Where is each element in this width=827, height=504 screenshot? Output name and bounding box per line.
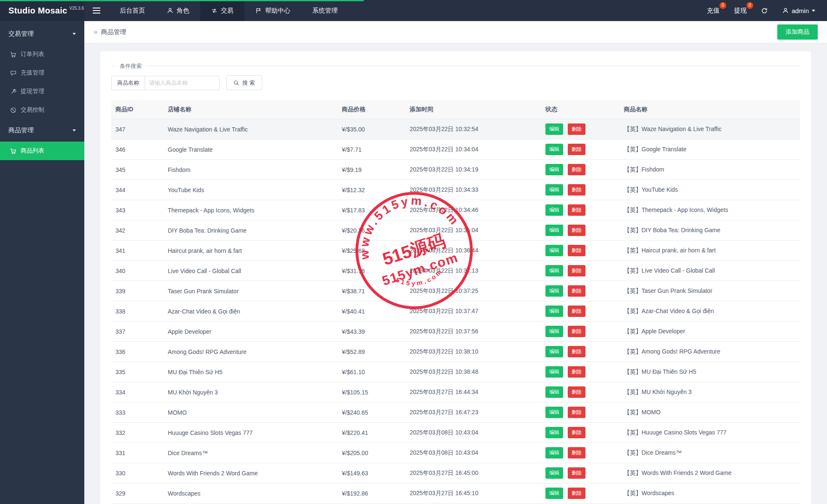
withdraw-link[interactable]: 提现 0 <box>734 7 746 15</box>
delete-button[interactable]: 删除 <box>568 407 585 418</box>
cell-added-time: 2025年03月22日 10:34:04 <box>405 139 541 160</box>
delete-button[interactable]: 删除 <box>568 447 585 458</box>
delete-button[interactable]: 删除 <box>568 184 585 196</box>
sidebar-item-withdraw[interactable]: 提现管理 <box>0 82 84 101</box>
delete-button[interactable]: 删除 <box>568 427 585 438</box>
header-added-time: 添加时间 <box>405 100 541 119</box>
product-name-input[interactable] <box>145 76 220 90</box>
edit-button[interactable]: 编辑 <box>545 407 563 418</box>
edit-button[interactable]: 编辑 <box>545 285 563 297</box>
edit-button[interactable]: 编辑 <box>545 488 563 499</box>
delete-button[interactable]: 删除 <box>568 285 585 297</box>
cell-shop-name: Azar-Chat Video & Gọi điện <box>164 301 338 322</box>
cell-shop-name: YouTube Kids <box>164 180 338 200</box>
top-menu-label: 后台首页 <box>120 7 145 15</box>
product-name-label: 商品名称 <box>111 76 145 90</box>
delete-button[interactable]: 删除 <box>568 144 585 155</box>
delete-button[interactable]: 删除 <box>568 306 585 317</box>
delete-button[interactable]: 删除 <box>568 265 585 276</box>
delete-button[interactable]: 删除 <box>568 326 585 337</box>
app-logo: Studio Mosaic V25.3.6 <box>0 0 84 21</box>
edit-button[interactable]: 编辑 <box>545 265 563 276</box>
top-menu-label: 帮助中心 <box>265 7 290 15</box>
sidebar-section-trade[interactable]: 交易管理 <box>0 23 84 45</box>
edit-button[interactable]: 编辑 <box>545 386 563 398</box>
cell-added-time: 2025年03月22日 10:37:47 <box>405 301 541 322</box>
cell-price: ¥/$31.18 <box>338 261 405 281</box>
top-menu-roles[interactable]: 角色 <box>156 0 200 21</box>
cell-shop-name: DIY Boba Tea: Drinking Game <box>164 220 338 241</box>
add-product-button[interactable]: 添加商品 <box>777 24 818 40</box>
sidebar-item-recharge[interactable]: 充值管理 <box>0 64 84 82</box>
cell-added-time: 2025年03月08日 10:43:04 <box>405 443 541 463</box>
cell-status: 编辑 删除 <box>541 463 620 483</box>
cell-price: ¥/$7.71 <box>338 139 405 160</box>
cell-product-name: 【英】Haircut prank, air horn & fart <box>620 241 800 261</box>
delete-button[interactable]: 删除 <box>568 164 585 175</box>
user-menu[interactable]: admin <box>782 7 815 14</box>
edit-button[interactable]: 编辑 <box>545 306 563 317</box>
edit-button[interactable]: 编辑 <box>545 164 563 175</box>
cell-shop-name: MU Đại Thiên Sứ H5 <box>164 362 338 382</box>
sidebar-toggle-icon[interactable] <box>84 0 109 21</box>
cell-shop-name: Among Gods! RPG Adventure <box>164 342 338 362</box>
cell-product-id: 336 <box>111 342 164 362</box>
search-button[interactable]: 搜 索 <box>226 75 262 90</box>
person-icon <box>167 8 173 14</box>
cell-product-name: 【英】Fishdom <box>620 160 800 180</box>
top-menu-system[interactable]: 系统管理 <box>301 0 349 21</box>
sidebar-item-orders[interactable]: 订单列表 <box>0 45 84 64</box>
top-menu-home[interactable]: 后台首页 <box>109 0 156 21</box>
cell-price: ¥/$220.41 <box>338 423 405 443</box>
cell-added-time: 2025年03月27日 16:44:34 <box>405 382 541 402</box>
cell-product-id: 339 <box>111 281 164 301</box>
logo-text: Studio Mosaic <box>8 6 67 16</box>
edit-button[interactable]: 编辑 <box>545 366 563 378</box>
cell-price: ¥/$205.00 <box>338 443 405 463</box>
chevron-down-icon <box>72 33 76 37</box>
edit-button[interactable]: 编辑 <box>545 346 563 357</box>
cell-product-name: 【英】MU Khởi Nguyên 3 <box>620 382 800 402</box>
withdraw-icon <box>10 88 16 95</box>
withdraw-label: 提现 <box>734 7 746 15</box>
cell-shop-name: Words With Friends 2 Word Game <box>164 463 338 483</box>
edit-button[interactable]: 编辑 <box>545 184 563 196</box>
cell-product-id: 338 <box>111 301 164 322</box>
delete-button[interactable]: 删除 <box>568 245 585 256</box>
edit-button[interactable]: 编辑 <box>545 123 563 135</box>
edit-button[interactable]: 编辑 <box>545 447 563 458</box>
delete-button[interactable]: 删除 <box>568 204 585 216</box>
edit-button[interactable]: 编辑 <box>545 467 563 479</box>
delete-button[interactable]: 删除 <box>568 346 585 357</box>
table-row: 335 MU Đại Thiên Sứ H5 ¥/$61.10 2025年03月… <box>111 362 800 382</box>
delete-button[interactable]: 删除 <box>568 386 585 398</box>
edit-button[interactable]: 编辑 <box>545 427 563 438</box>
cell-shop-name: Google Translate <box>164 139 338 160</box>
search-button-label: 搜 索 <box>242 79 255 87</box>
cell-price: ¥/$40.41 <box>338 301 405 322</box>
top-menu-help[interactable]: 帮助中心 <box>244 0 301 21</box>
recharge-link[interactable]: 充值 0 <box>707 7 720 15</box>
delete-button[interactable]: 删除 <box>568 366 585 378</box>
sidebar-item-control[interactable]: 交易控制 <box>0 101 84 119</box>
goods-cart-icon <box>10 148 16 154</box>
edit-button[interactable]: 编辑 <box>545 144 563 155</box>
sidebar-section-goods[interactable]: 商品管理 <box>0 119 84 142</box>
edit-button[interactable]: 编辑 <box>545 204 563 216</box>
cell-product-id: 347 <box>111 119 164 139</box>
cell-product-name: 【英】Words With Friends 2 Word Game <box>620 463 800 483</box>
cell-product-name: 【英】MU Đại Thiên Sứ H5 <box>620 362 800 382</box>
cell-product-id: 341 <box>111 241 164 261</box>
delete-button[interactable]: 删除 <box>568 488 585 499</box>
delete-button[interactable]: 删除 <box>568 467 585 479</box>
top-menu-trade[interactable]: 交易 <box>200 0 244 21</box>
cell-product-id: 333 <box>111 402 164 423</box>
edit-button[interactable]: 编辑 <box>545 225 563 236</box>
edit-button[interactable]: 编辑 <box>545 245 563 256</box>
refresh-icon[interactable] <box>761 7 768 14</box>
cell-price: ¥/$12.32 <box>338 180 405 200</box>
delete-button[interactable]: 删除 <box>568 225 585 236</box>
edit-button[interactable]: 编辑 <box>545 326 563 337</box>
delete-button[interactable]: 删除 <box>568 123 585 135</box>
sidebar-item-goods-list[interactable]: 商品列表 <box>0 142 84 160</box>
